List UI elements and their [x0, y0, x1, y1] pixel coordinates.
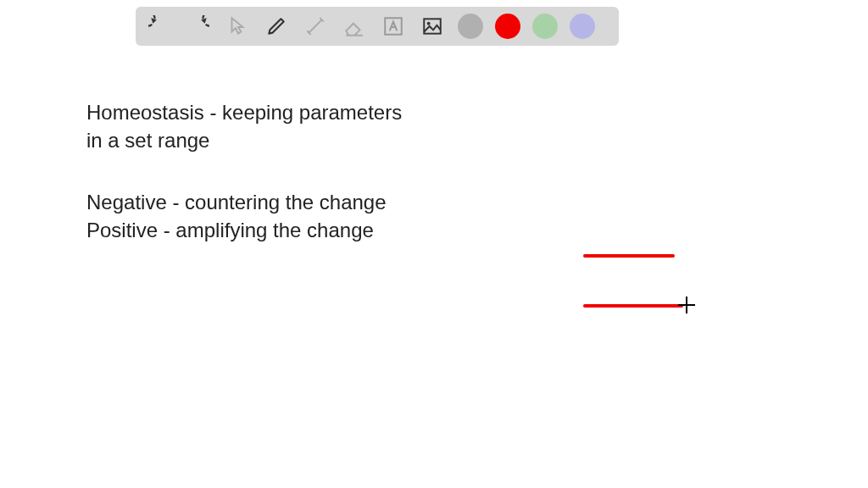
tools-button[interactable] — [302, 13, 329, 40]
text-line: in a set range — [86, 126, 402, 154]
svg-point-2 — [427, 22, 431, 25]
eraser-button[interactable] — [341, 13, 368, 40]
text-block-1[interactable]: Homeostasis - keeping parameters in a se… — [86, 98, 402, 154]
eraser-icon — [343, 15, 365, 37]
image-button[interactable] — [419, 13, 446, 40]
color-gray[interactable] — [458, 14, 483, 39]
pointer-button[interactable] — [224, 13, 251, 40]
color-purple[interactable] — [570, 14, 595, 39]
color-red[interactable] — [495, 14, 520, 39]
tools-icon — [304, 15, 326, 37]
text-button[interactable] — [380, 13, 407, 40]
text-icon — [382, 15, 404, 37]
pen-stroke — [583, 254, 675, 258]
toolbar — [136, 7, 619, 46]
pen-button[interactable] — [263, 13, 290, 40]
pointer-icon — [226, 15, 248, 37]
image-icon — [421, 15, 443, 37]
text-line: Homeostasis - keeping parameters — [86, 98, 402, 126]
pen-stroke — [583, 304, 683, 308]
color-green[interactable] — [532, 14, 558, 39]
redo-icon — [187, 15, 209, 37]
undo-icon — [148, 15, 170, 37]
crosshair-cursor — [678, 297, 695, 313]
text-line: Positive - amplifying the change — [86, 216, 387, 244]
redo-button[interactable] — [185, 13, 212, 40]
text-block-2[interactable]: Negative - countering the change Positiv… — [86, 188, 387, 244]
pen-icon — [265, 15, 287, 37]
text-line: Negative - countering the change — [86, 188, 387, 216]
undo-button[interactable] — [146, 13, 173, 40]
